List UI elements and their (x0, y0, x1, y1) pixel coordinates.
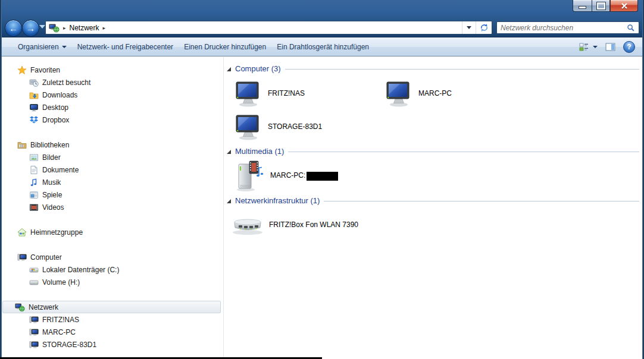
item-label: STORAGE-83D1 (268, 122, 322, 131)
sidebar-item-label: Musik (42, 178, 61, 187)
group-header-rule (285, 69, 639, 70)
sidebar-item-label: Netzwerk (29, 303, 58, 311)
recent-pages-dropdown-icon[interactable] (39, 25, 45, 29)
sidebar-item-label: STORAGE-83D1 (42, 341, 96, 349)
group-header-netzwerkinfrastruktur: Netzwerkinfrastruktur (1) (227, 196, 639, 206)
computer-icon (234, 112, 262, 141)
maximize-icon (597, 2, 605, 10)
group-header-label[interactable]: Computer (3) (235, 64, 281, 73)
network-computer-icon (29, 340, 39, 349)
redacted-label (307, 172, 338, 181)
sidebar-item-label: Downloads (42, 91, 77, 99)
sidebar-section-bibliotheken: Bibliotheken Bilder Dokumente Musik (2, 138, 223, 213)
sidebar-item-computer[interactable]: Computer (2, 251, 223, 263)
sidebar-item-label: Bilder (42, 153, 61, 162)
computer-icon (384, 79, 413, 108)
breadcrumb-location[interactable]: Netzwerk (70, 24, 99, 32)
sidebar-item-zuletzt-besucht[interactable]: Zuletzt besucht (2, 76, 223, 89)
system-drive-icon (29, 265, 39, 275)
back-arrow-icon: ← (9, 23, 18, 33)
sidebar-item-netzwerk[interactable]: Netzwerk (2, 301, 221, 313)
sidebar-item-dokumente[interactable]: Dokumente (2, 163, 223, 176)
sidebar-item-label: Computer (30, 253, 62, 262)
sidebar-item-storage-83d1[interactable]: STORAGE-83D1 (2, 338, 223, 351)
sidebar-item-label: Dropbox (42, 116, 69, 124)
add-printer-button[interactable]: Einen Drucker hinzufügen (179, 43, 271, 51)
infrastructure-item-fritzbox[interactable]: FRITZ!Box Fon WLAN 7390 (232, 212, 358, 238)
collapse-triangle-icon[interactable] (227, 150, 231, 154)
sidebar-section-heimnetzgruppe: Heimnetzgruppe (2, 226, 223, 238)
sidebar-item-bilder[interactable]: Bilder (2, 151, 223, 163)
sidebar-item-label: Dokumente (42, 166, 79, 174)
forward-arrow-icon: → (26, 23, 35, 33)
computer-icon (17, 253, 27, 262)
pane-separator[interactable] (223, 57, 224, 359)
homegroup-icon (17, 228, 27, 237)
address-bar[interactable]: ▸ Netzwerk ▸ (45, 21, 492, 34)
views-icon (579, 42, 589, 52)
breadcrumb-arrow-icon[interactable]: ▸ (99, 25, 110, 31)
network-sharing-center-button[interactable]: Netzwerk- und Freigabecenter (72, 43, 179, 51)
sidebar-item-videos[interactable]: Videos (2, 201, 223, 213)
sidebar-item-lokaler-datentraeger-c[interactable]: Lokaler Datenträger (C:) (2, 263, 223, 276)
sidebar-section-computer: Computer Lokaler Datenträger (C:) Volume… (2, 251, 223, 288)
sidebar-item-dropbox[interactable]: Dropbox (2, 114, 223, 126)
sidebar-item-desktop[interactable]: Desktop (2, 101, 223, 114)
collapse-triangle-icon[interactable] (227, 199, 231, 203)
network-computer-icon (29, 315, 39, 325)
sidebar-item-downloads[interactable]: Downloads (2, 89, 223, 101)
network-location-icon (49, 23, 60, 33)
collapse-triangle-icon[interactable] (227, 67, 231, 71)
games-icon (29, 190, 39, 200)
network-item-marc-pc[interactable]: MARC-PC (384, 77, 452, 110)
change-view-button[interactable] (579, 42, 598, 52)
preview-pane-button[interactable] (605, 42, 615, 52)
preview-pane-icon (605, 42, 615, 52)
star-icon (17, 65, 27, 75)
group-header-label[interactable]: Multimedia (1) (235, 147, 284, 156)
network-item-fritznas[interactable]: FRITZ!NAS (234, 77, 305, 110)
sidebar-item-label: Favoriten (30, 66, 60, 74)
computer-icon (234, 79, 262, 108)
network-computer-icon (29, 327, 39, 337)
organize-button[interactable]: Organisieren (12, 43, 72, 51)
sidebar-section-favoriten: Favoriten Zuletzt besucht Downloads Desk… (2, 64, 223, 126)
breadcrumb-arrow-icon[interactable]: ▸ (60, 25, 70, 31)
close-button[interactable] (610, 0, 638, 12)
sidebar-item-bibliotheken[interactable]: Bibliotheken (2, 138, 223, 151)
search-box[interactable]: Netzwerk durchsuchen (496, 21, 639, 34)
window-border-left (0, 0, 2, 359)
network-item-storage-83d1[interactable]: STORAGE-83D1 (234, 110, 322, 143)
back-button[interactable]: ← (5, 20, 22, 37)
media-item-marc-pc[interactable]: MARC-PC: (234, 159, 338, 193)
refresh-button[interactable] (476, 21, 492, 34)
sidebar-item-label: Bibliotheken (30, 141, 69, 149)
group-header-label[interactable]: Netzwerkinfrastruktur (1) (235, 196, 320, 205)
explorer-window: ← → ▸ Netzwerk ▸ (0, 0, 644, 359)
maximize-button[interactable] (592, 0, 610, 12)
help-icon: ? (627, 43, 631, 51)
sidebar-item-volume-h[interactable]: Volume (H:) (2, 276, 223, 288)
sidebar-item-fritznas[interactable]: FRITZ!NAS (2, 313, 223, 326)
search-icon[interactable] (627, 24, 635, 32)
close-icon (621, 2, 628, 10)
title-bar[interactable]: ← → ▸ Netzwerk ▸ (0, 0, 644, 37)
sidebar-item-musik[interactable]: Musik (2, 176, 223, 188)
forward-button[interactable]: → (22, 20, 39, 37)
sidebar-item-heimnetzgruppe[interactable]: Heimnetzgruppe (2, 226, 223, 238)
sidebar-item-label: Zuletzt besucht (42, 78, 90, 87)
items-view: Computer (3) FRITZ!NAS (226, 57, 642, 357)
address-history-dropdown[interactable] (462, 21, 476, 34)
add-wireless-device-button[interactable]: Ein Drahtlosgerät hinzufügen (271, 43, 374, 51)
sidebar-section-netzwerk: Netzwerk FRITZ!NAS MARC-PC STORAGE-83D1 (2, 301, 223, 351)
recent-places-icon (29, 78, 39, 87)
navigation-pane: Favoriten Zuletzt besucht Downloads Desk… (2, 57, 223, 357)
minimize-button[interactable] (573, 0, 592, 12)
group-header-rule (324, 201, 639, 201)
help-button[interactable]: ? (623, 41, 635, 53)
sidebar-item-spiele[interactable]: Spiele (2, 188, 223, 201)
downloads-folder-icon (29, 90, 39, 100)
sidebar-item-favoriten[interactable]: Favoriten (2, 64, 223, 76)
sidebar-item-marc-pc[interactable]: MARC-PC (2, 326, 223, 338)
media-device-icon (234, 159, 265, 193)
